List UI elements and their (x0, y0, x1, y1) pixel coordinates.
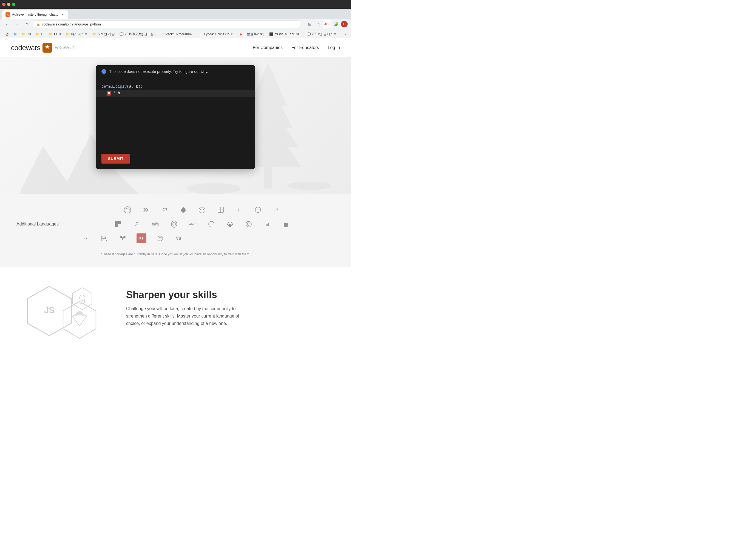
svg-line-12 (202, 209, 205, 210)
tab-title: Achieve mastery through challe... (12, 13, 58, 16)
refresh-button[interactable]: ↻ (23, 20, 31, 28)
close-button[interactable]: ✕ (2, 3, 5, 6)
lang-icon-brain[interactable] (141, 205, 151, 215)
lang-icon-cobol[interactable] (207, 219, 216, 229)
svg-point-34 (287, 224, 287, 224)
hero-section: i This code does not execute properly. T… (0, 57, 351, 194)
lang-icon-dart[interactable] (216, 205, 226, 215)
for-educators-link[interactable]: For Educators (291, 45, 319, 50)
lang-icon-clojure[interactable] (122, 205, 132, 215)
maximize-button[interactable]: ⬜ (12, 3, 15, 6)
lang-icon-butterfly[interactable] (118, 234, 128, 243)
svg-point-5 (186, 183, 241, 194)
extensions-icon[interactable]: 🧩 (332, 20, 340, 28)
lang-icon-nim[interactable] (244, 219, 254, 229)
bookmark-monster[interactable]: ⬛ mONSTER dESI... (267, 32, 304, 37)
back-button[interactable]: ← (3, 20, 11, 28)
code-area[interactable]: def multiply (a, b): ■ * b (96, 78, 255, 149)
languages-row-1: Cf ⟨⟩ ↗ (70, 205, 334, 215)
lang-icon-erlang[interactable]: ⟨⟩ (234, 205, 244, 215)
svg-rect-18 (115, 221, 118, 224)
lang-icon-julia[interactable]: julia (151, 219, 160, 229)
logo-area: codewars by Qualified ® (11, 43, 74, 53)
sharpen-title: Sharpen your skills (126, 289, 334, 301)
bookmark-fun[interactable]: 📁 FUN (46, 32, 63, 37)
svg-rect-20 (115, 224, 118, 227)
title-bar: ✕ — ⬜ (0, 0, 351, 9)
svg-text:JS: JS (44, 305, 55, 315)
bookmark-it[interactable]: 📁 IT (34, 32, 46, 37)
svg-point-6 (287, 182, 331, 190)
lang-icon-groovy[interactable] (169, 219, 179, 229)
bookmark-star-icon[interactable]: ☆ (315, 20, 323, 28)
languages-note: *These languages are currently in beta. … (16, 248, 334, 256)
log-in-link[interactable]: Log In (328, 45, 340, 50)
bookmark-2019[interactable]: 💬 2019.5.2(목) 신도림... (117, 31, 159, 37)
forward-button[interactable]: → (13, 20, 21, 28)
lang-icon-go[interactable]: ↗ (272, 205, 282, 215)
svg-point-8 (124, 206, 131, 213)
bookmark-apps[interactable]: 앱 (3, 31, 11, 37)
new-tab-button[interactable]: + (69, 11, 77, 18)
bookmark-lynda[interactable]: ☰ Lynda: Online Cour... (198, 32, 237, 37)
url-bar[interactable]: 🔒 codewars.com/join?language=python (33, 20, 302, 28)
profile-button[interactable]: C (341, 21, 348, 27)
svg-point-25 (227, 224, 228, 225)
secure-icon: 🔒 (37, 22, 40, 26)
bookmark-util[interactable]: 📁 util (19, 32, 33, 37)
lang-icon-f[interactable]: F (132, 219, 142, 229)
svg-point-29 (247, 223, 250, 225)
submit-button[interactable]: SUBMIT (101, 154, 130, 164)
lang-icon-solidity[interactable] (155, 234, 165, 243)
lang-icon-reasonml[interactable]: RE (137, 234, 147, 243)
fn-name: multiply (108, 84, 127, 89)
bookmark-wishlist[interactable]: 📁 워시리스트 (64, 31, 90, 37)
nav-links: For Companies For Educators Log In (253, 45, 340, 50)
lang-icon-objc[interactable]: obj:c (188, 219, 198, 229)
lang-icon-crystal[interactable] (197, 205, 207, 215)
lang-icon-clojurescript[interactable]: ⟨⟩ (81, 234, 91, 243)
lang-icon-vb[interactable]: VB (174, 234, 184, 243)
svg-rect-19 (118, 221, 121, 224)
languages-inner: Additional Languages Cf (16, 205, 334, 243)
code-editor-container: i This code does not execute properly. T… (0, 57, 351, 183)
adblock-icon[interactable]: ABP (324, 20, 331, 28)
window-controls: ✕ — ⬜ (2, 3, 15, 6)
for-companies-link[interactable]: For Companies (253, 45, 283, 50)
svg-line-11 (199, 209, 202, 210)
sharpen-desc: Challenge yourself on kata, created by t… (126, 305, 241, 327)
svg-point-26 (231, 224, 233, 225)
tab-bar: ⚔ Achieve mastery through challe... ✕ + (0, 9, 351, 19)
languages-icons-area: Cf ⟨⟩ ↗ (70, 205, 334, 243)
lang-icon-fsharp[interactable] (113, 219, 123, 229)
svg-point-23 (228, 222, 229, 223)
address-bar: ← → ↻ 🔒 codewars.com/join?language=pytho… (0, 19, 351, 29)
lang-icon-paw[interactable] (225, 219, 235, 229)
translate-icon[interactable]: ⊞ (306, 20, 314, 28)
lang-icon-factor[interactable] (253, 205, 263, 215)
lang-icon-r[interactable] (99, 234, 109, 243)
lang-icon-powershell[interactable]: ⊞ (263, 219, 272, 229)
info-message: This code does not execute properly. Try… (109, 69, 208, 74)
svg-point-9 (129, 209, 130, 211)
lang-icon-elixir[interactable] (178, 205, 188, 215)
bookmark-windows[interactable]: ⊞ (12, 32, 19, 37)
browser-chrome: ✕ — ⬜ ⚔ Achieve mastery through challe..… (0, 0, 351, 38)
page-content: codewars by Qualified ® For Companies Fo… (0, 38, 351, 360)
bookmark-packt[interactable]: ⬡ Packt | Programmi... (159, 32, 197, 37)
languages-row-2: F julia obj:c ⊞ (70, 219, 334, 229)
bookmark-more[interactable]: » (342, 32, 348, 37)
hexagons-area: JS (16, 284, 110, 344)
browser-tab-active[interactable]: ⚔ Achieve mastery through challe... ✕ (2, 11, 68, 19)
bookmark-sql[interactable]: ▶ 오할클 live sql (238, 31, 267, 37)
lang-icon-cf[interactable]: Cf (160, 205, 170, 215)
minimize-button[interactable]: — (7, 3, 11, 6)
bookmark-ai[interactable]: 📁 AI보안 개발 (90, 31, 117, 37)
keyword-def: def (101, 84, 108, 89)
logo-text: codewars (11, 44, 40, 52)
browser-toolbar: ⊞ ☆ ABP 🧩 C (306, 20, 348, 28)
fn-params: (a, b): (127, 84, 143, 89)
tab-close-button[interactable]: ✕ (60, 12, 65, 17)
bookmark-2021[interactable]: 💬 2021년 임베스트... (305, 31, 342, 37)
lang-icon-owl[interactable] (281, 219, 291, 229)
